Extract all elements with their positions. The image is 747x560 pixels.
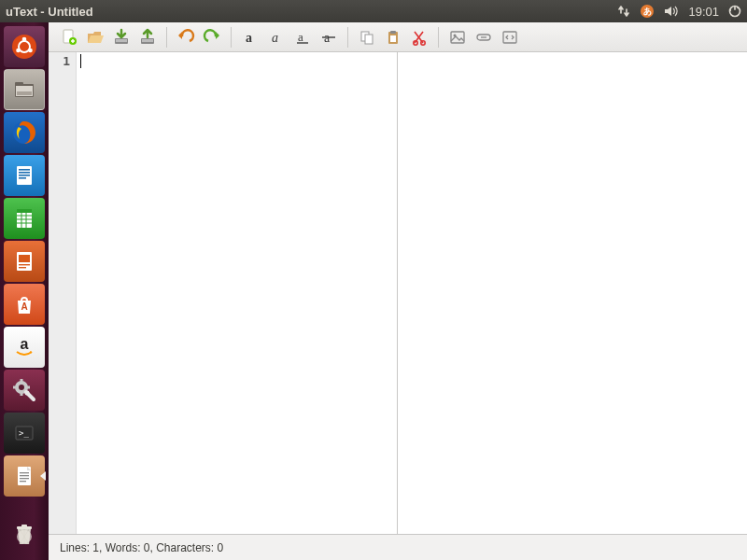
- session-icon[interactable]: [728, 5, 741, 18]
- top-panel: uText - Untitled あ 19:01: [0, 0, 747, 22]
- launcher-calc[interactable]: [4, 198, 45, 239]
- impress-icon: [12, 249, 36, 273]
- launcher-utext[interactable]: [4, 455, 45, 497]
- trash-icon: [10, 520, 38, 548]
- clock[interactable]: 19:01: [688, 5, 719, 19]
- files-icon: [11, 77, 37, 103]
- input-method-icon[interactable]: あ: [640, 4, 655, 19]
- terminal-icon: >_: [12, 421, 36, 445]
- svg-point-48: [17, 530, 32, 543]
- unity-launcher: A a >_: [0, 22, 49, 560]
- bold-icon: a: [242, 29, 259, 46]
- system-indicators: あ 19:01: [617, 4, 741, 19]
- svg-text:a: a: [272, 31, 278, 45]
- svg-point-6: [22, 37, 27, 42]
- svg-rect-52: [116, 39, 127, 42]
- text-cursor: [80, 54, 81, 68]
- svg-rect-16: [19, 172, 30, 174]
- launcher-firefox[interactable]: [4, 112, 45, 153]
- copy-icon: [359, 29, 375, 46]
- strikethrough-icon: a: [320, 29, 337, 46]
- svg-point-38: [25, 391, 30, 396]
- underline-icon: a: [294, 29, 311, 46]
- save-button[interactable]: [108, 24, 134, 50]
- bold-button[interactable]: a: [237, 24, 263, 50]
- svg-rect-64: [390, 31, 396, 34]
- app-window: a a a a: [49, 22, 747, 560]
- svg-rect-37: [27, 386, 30, 389]
- status-bar: Lines: 1, Words: 0, Characters: 0: [49, 534, 747, 560]
- editor-split: 1: [49, 52, 747, 534]
- svg-text:a: a: [246, 31, 252, 45]
- svg-point-7: [16, 49, 21, 53]
- launcher-system-settings[interactable]: [4, 370, 45, 411]
- open-file-button[interactable]: [82, 24, 108, 50]
- insert-link-button[interactable]: [471, 24, 497, 50]
- new-file-icon: [60, 28, 78, 47]
- line-gutter: 1: [49, 52, 77, 534]
- firefox-icon: [10, 119, 38, 147]
- amazon-icon: a: [12, 335, 36, 359]
- writer-icon: [12, 163, 36, 188]
- calc-icon: [12, 206, 36, 231]
- launcher-software-center[interactable]: A: [4, 284, 45, 325]
- launcher-impress[interactable]: [4, 241, 45, 282]
- svg-rect-42: [20, 472, 29, 473]
- svg-rect-45: [20, 481, 26, 482]
- save-as-button[interactable]: [134, 24, 161, 50]
- undo-button[interactable]: [173, 24, 199, 50]
- svg-rect-47: [21, 525, 27, 527]
- doc-icon: [12, 464, 36, 488]
- svg-text:a: a: [298, 30, 303, 44]
- redo-button[interactable]: [199, 24, 225, 50]
- underline-button[interactable]: a: [289, 24, 316, 50]
- svg-rect-34: [21, 379, 23, 382]
- italic-icon: a: [268, 29, 285, 46]
- svg-rect-17: [19, 175, 30, 176]
- open-file-icon: [86, 28, 105, 47]
- svg-text:あ: あ: [643, 7, 652, 16]
- insert-code-button[interactable]: [497, 24, 523, 50]
- svg-rect-43: [20, 475, 29, 476]
- launcher-writer[interactable]: [4, 155, 45, 196]
- svg-rect-54: [142, 39, 153, 42]
- save-as-icon: [138, 28, 157, 47]
- svg-text:a: a: [21, 336, 29, 352]
- svg-rect-18: [19, 177, 26, 179]
- launcher-amazon[interactable]: a: [4, 327, 45, 368]
- text-editor[interactable]: [77, 52, 397, 534]
- svg-rect-44: [20, 478, 29, 479]
- launcher-dash[interactable]: [4, 26, 45, 67]
- launcher-trash[interactable]: [4, 513, 45, 554]
- cut-button[interactable]: [406, 24, 432, 50]
- gear-wrench-icon: [11, 377, 37, 403]
- redo-icon: [203, 28, 221, 47]
- paste-button[interactable]: [380, 24, 406, 50]
- copy-button[interactable]: [354, 24, 380, 50]
- window-title: uText - Untitled: [6, 5, 93, 19]
- toolbar: a a a a: [49, 22, 747, 52]
- status-text: Lines: 1, Words: 0, Characters: 0: [60, 541, 223, 554]
- sound-icon[interactable]: [664, 5, 679, 18]
- launcher-files[interactable]: [4, 69, 45, 110]
- strikethrough-button[interactable]: a: [316, 24, 342, 50]
- svg-text:A: A: [21, 301, 27, 312]
- italic-button[interactable]: a: [263, 24, 289, 50]
- network-icon[interactable]: [617, 5, 630, 18]
- svg-text:>_: >_: [19, 428, 29, 438]
- insert-image-button[interactable]: [444, 24, 471, 50]
- launcher-terminal[interactable]: >_: [4, 413, 45, 454]
- paste-icon: [385, 29, 402, 46]
- line-number: 1: [49, 54, 70, 68]
- cut-icon: [411, 29, 428, 46]
- svg-rect-12: [17, 91, 32, 95]
- undo-icon: [176, 28, 195, 47]
- new-file-button[interactable]: [56, 24, 82, 50]
- insert-link-icon: [475, 29, 492, 46]
- svg-rect-27: [19, 255, 30, 262]
- insert-image-icon: [449, 29, 466, 46]
- save-icon: [112, 28, 131, 47]
- svg-rect-20: [17, 209, 32, 213]
- svg-point-3: [734, 10, 737, 13]
- svg-rect-36: [13, 386, 16, 389]
